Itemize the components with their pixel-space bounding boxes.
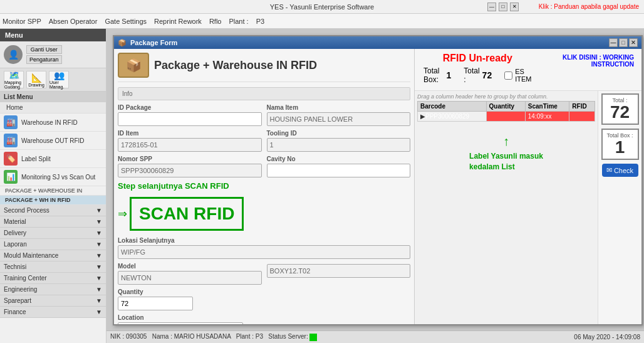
table-row: PPP300060829 14:09:xx — [418, 112, 595, 122]
pkg-wh-in-rfid[interactable]: PACKAGE + WH IN RFID — [0, 196, 106, 205]
es-item-checkbox[interactable] — [504, 71, 512, 80]
scan-rfid-box: SCAN RFID — [130, 197, 244, 231]
table-header-row: Barcode Quantity ScanTime RFID — [418, 102, 595, 112]
nav-gate[interactable]: Gate Settings — [105, 18, 147, 25]
working-instruction-link[interactable]: KLIK DISINI : WORKING INSTRUCTION — [536, 53, 638, 69]
section-sparepart[interactable]: Sparepart▼ — [0, 295, 106, 307]
step-label: Step selanjutnya SCAN RFID — [118, 181, 410, 191]
es-item-check: ES ITEM — [504, 68, 531, 83]
update-alert[interactable]: Klik : Panduan apabila gagal update — [539, 3, 639, 10]
section-laporan[interactable]: Laporan▼ — [0, 239, 106, 250]
sidebar-home[interactable]: Home — [0, 102, 106, 113]
label-yasunli-note: Label Yasunli masukkedalam List — [469, 151, 543, 172]
check-button[interactable]: ✉ Check — [602, 164, 638, 177]
window-controls: — □ ✕ — [487, 3, 519, 11]
rfid-status: RFID Un-ready — [418, 53, 536, 64]
sidebar: Menu 👤 Ganti User Pengaturan 🗺️ Mapping … — [0, 29, 106, 343]
cell-rfid — [569, 112, 595, 122]
mapping-label: Mapping Gudang — [4, 80, 23, 89]
model2-field — [267, 263, 411, 285]
section-technisi[interactable]: Technisi▼ — [0, 261, 106, 273]
sidebar-item-warehouse-out[interactable]: 🏭 Warehouse OUT RFID — [0, 132, 106, 150]
form-close-button[interactable]: ✕ — [629, 38, 638, 47]
total-box-label: Total Box: — [423, 66, 444, 84]
quantity-input[interactable] — [118, 297, 193, 310]
nav-monitor-spp[interactable]: Monitor SPP — [3, 18, 41, 25]
col-header-scantime: ScanTime — [525, 102, 569, 112]
total-value: 72 — [482, 70, 492, 80]
label-split-label: Label Split — [21, 156, 51, 162]
nav-drawing-button[interactable]: 📐 Drawing — [26, 71, 46, 88]
warehouse-out-icon: 🏭 — [4, 134, 18, 147]
package-form-window: 📦 Package Form — □ ✕ 📦 Package + Warehou… — [113, 35, 643, 325]
nav-plant-label: Plant : — [229, 18, 248, 25]
model-field: Model — [118, 263, 262, 285]
form-row-1: ID Package Nama Item — [118, 104, 410, 126]
tooling-id-label: Tooling ID — [267, 130, 411, 137]
nomor-spp-field: Nomor SPP — [118, 156, 262, 177]
col-header-barcode: Barcode — [418, 102, 487, 112]
id-package-field: ID Package — [118, 104, 262, 126]
id-package-input[interactable] — [118, 112, 262, 126]
rfid-main-area: Drag a column header here to group by th… — [415, 91, 598, 324]
nav-rflo[interactable]: Rflo — [209, 18, 222, 25]
section-material[interactable]: Material▼ — [0, 216, 106, 228]
rfid-panel: RFID Un-ready Total Box: 1 Total : 72 — [415, 49, 641, 324]
col-header-rfid: RFID — [569, 102, 595, 112]
pengaturan-button[interactable]: Pengaturan — [26, 55, 62, 64]
section-delivery[interactable]: Delivery▼ — [0, 228, 106, 239]
quantity-field: Quantity — [118, 288, 410, 310]
maximize-button[interactable]: □ — [499, 3, 507, 11]
total-item: Total : 72 — [464, 66, 492, 84]
nav-absen[interactable]: Absen Operator — [49, 18, 98, 25]
pkg-box-icon: 📦 — [118, 53, 149, 78]
quantity-label: Quantity — [118, 288, 410, 295]
rfid-content: Drag a column header here to group by th… — [415, 91, 641, 324]
global-timestamp: 06 May 2020 - 14:09:08 — [574, 334, 640, 340]
section-second-process[interactable]: Second Process▼ — [0, 205, 106, 216]
form-left-panel: 📦 Package + Warehouse IN RFID Info ID Pa… — [114, 49, 415, 324]
user-actions: Ganti User Pengaturan — [26, 45, 62, 64]
form-maximize-button[interactable]: □ — [619, 38, 628, 47]
drawing-label: Drawing — [28, 83, 44, 87]
label-split-icon: 🏷️ — [4, 152, 18, 166]
form-minimize-button[interactable]: — — [609, 38, 618, 47]
pkg-warehouse-in[interactable]: PACKAGE + WAREHOUSE IN — [0, 186, 106, 196]
usermgmt-icon: 👥 — [54, 70, 65, 80]
nav-usermgmt-button[interactable]: 👥 User Manag. — [49, 71, 69, 88]
nav-reprint[interactable]: Reprint Rework — [154, 18, 202, 25]
tooling-id-field: Tooling ID — [267, 130, 411, 152]
title-bar: YES - Yasunli Enterprise Software — □ ✕ … — [0, 0, 644, 14]
form-row-lokasi: Lokasi Selanjutnya — [118, 237, 410, 259]
section-engineering[interactable]: Engineering▼ — [0, 284, 106, 295]
nav-mapping-button[interactable]: 🗺️ Mapping Gudang — [4, 71, 24, 88]
form-title-text: Package Form — [130, 39, 177, 46]
sidebar-item-warehouse-in[interactable]: 🏭 Warehouse IN RFID — [0, 113, 106, 132]
content-area: 📦 Package Form — □ ✕ 📦 Package + Warehou… — [106, 29, 644, 343]
label-note-section: ↑ Label Yasunli masukkedalam List — [417, 134, 595, 175]
arrow-right-icon: ⇒ — [118, 207, 127, 221]
rfid-table-area: Drag a column header here to group by th… — [415, 91, 598, 324]
section-mould[interactable]: Mould Maintenance▼ — [0, 250, 106, 261]
section-finance[interactable]: Finance▼ — [0, 307, 106, 318]
drawing-icon: 📐 — [31, 73, 42, 83]
location-select[interactable]: A11A — [118, 322, 243, 324]
cavity-no-label: Cavity No — [267, 156, 411, 162]
mapping-icon: 🗺️ — [9, 70, 19, 80]
sidebar-item-label-split[interactable]: 🏷️ Label Split — [0, 150, 106, 168]
minimize-button[interactable]: — — [487, 3, 496, 11]
ganti-user-button[interactable]: Ganti User — [26, 45, 62, 54]
id-package-label: ID Package — [118, 104, 262, 111]
side-total-box: Total : 72 — [601, 93, 639, 125]
tooling-id-input — [267, 138, 411, 152]
cavity-no-input[interactable] — [267, 164, 411, 177]
cavity-no-field: Cavity No — [267, 156, 411, 177]
close-button[interactable]: ✕ — [510, 3, 519, 11]
model2-input — [267, 264, 411, 278]
form-row-3: Nomor SPP Cavity No — [118, 156, 410, 177]
lokasi-label: Lokasi Selanjutnya — [118, 237, 410, 244]
section-training[interactable]: Training Center▼ — [0, 273, 106, 284]
lokasi-field: Lokasi Selanjutnya — [118, 237, 410, 259]
main-layout: Menu 👤 Ganti User Pengaturan 🗺️ Mapping … — [0, 29, 644, 343]
sidebar-item-monitoring[interactable]: 📊 Monitoring SJ vs Scan Out — [0, 168, 106, 186]
